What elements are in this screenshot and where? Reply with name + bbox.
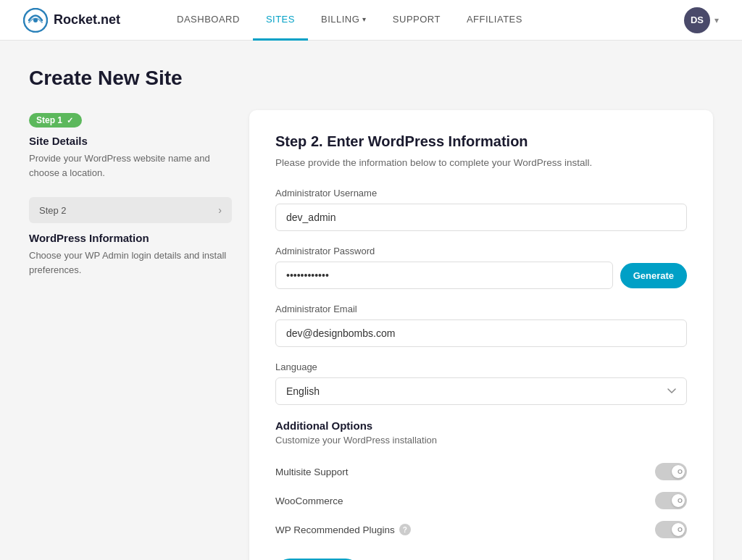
email-label: Administrator Email (275, 304, 687, 314)
toggle-wp-plugins-switch[interactable]: O (655, 521, 687, 538)
toggle-multisite-row: Multisite Support O (275, 457, 687, 486)
language-select[interactable]: English Spanish French German Portuguese (275, 377, 687, 405)
toggle-woocommerce-off-icon: O (678, 497, 683, 504)
language-group: Language English Spanish French German P… (275, 362, 687, 405)
page-title: Create New Site (29, 67, 713, 90)
additional-options-subtitle: Customize your WordPress installation (275, 435, 687, 446)
logo-text: Rocket.net (54, 12, 120, 28)
generate-button[interactable]: Generate (620, 263, 687, 288)
logo-icon (23, 8, 48, 33)
toggle-woocommerce-row: WooCommerce O (275, 486, 687, 515)
username-label: Administrator Username (275, 188, 687, 198)
user-avatar[interactable]: DS (684, 7, 710, 33)
logo[interactable]: Rocket.net (23, 8, 120, 33)
toggle-multisite-switch[interactable]: O (655, 463, 687, 480)
nav-billing[interactable]: BILLING ▾ (308, 0, 380, 41)
nav-support[interactable]: SUPPORT (380, 0, 454, 41)
layout: Step 1 ✓ Site Details Provide your WordP… (29, 110, 713, 560)
step1-badge: Step 1 ✓ (29, 113, 82, 128)
nav-affiliates[interactable]: AFFILIATES (454, 0, 535, 41)
step2-chevron-icon: › (218, 204, 222, 216)
step1-desc: Provide your WordPress website name and … (29, 151, 232, 180)
nav-dashboard[interactable]: DASHBOARD (164, 0, 253, 41)
toggle-multisite-off-icon: O (678, 468, 683, 475)
toggle-wp-plugins-off-icon: O (678, 526, 683, 533)
main-card: Step 2. Enter WordPress Information Plea… (249, 110, 713, 560)
step1-check-icon: ✓ (67, 116, 73, 125)
additional-options-title: Additional Options (275, 419, 687, 432)
email-input[interactable] (275, 319, 687, 347)
language-label: Language (275, 362, 687, 372)
toggle-woocommerce-switch[interactable]: O (655, 492, 687, 509)
password-row: Generate (275, 262, 687, 289)
nav-sites[interactable]: SITES (253, 0, 308, 41)
billing-chevron-icon: ▾ (362, 15, 367, 23)
password-input[interactable] (275, 262, 613, 289)
header-right: DS ▾ (684, 7, 719, 33)
username-group: Administrator Username (275, 188, 687, 231)
step2-desc: Choose your WP Admin login details and i… (29, 248, 232, 277)
password-label: Administrator Password (275, 246, 687, 256)
toggle-multisite-label: Multisite Support (275, 467, 349, 477)
step2-title: WordPress Information (29, 232, 232, 244)
additional-options: Additional Options Customize your WordPr… (275, 419, 687, 544)
toggle-wp-plugins-label: WP Recommended Plugins ? (275, 524, 411, 535)
user-menu-chevron-icon[interactable]: ▾ (714, 15, 719, 25)
page: Create New Site Step 1 ✓ Site Details Pr… (0, 41, 742, 560)
card-subtitle: Please provide the information below to … (275, 156, 687, 170)
card-title: Step 2. Enter WordPress Information (275, 133, 687, 150)
toggle-woocommerce-label: WooCommerce (275, 496, 343, 506)
step2-label: Step 2 (39, 205, 67, 216)
svg-point-1 (33, 18, 38, 22)
sidebar: Step 1 ✓ Site Details Provide your WordP… (29, 110, 232, 277)
step2-bar[interactable]: Step 2 › (29, 197, 232, 223)
email-group: Administrator Email (275, 304, 687, 347)
step1-title: Site Details (29, 135, 232, 147)
main-nav: DASHBOARD SITES BILLING ▾ SUPPORT AFFILI… (164, 0, 684, 41)
wp-plugins-help-icon[interactable]: ? (399, 524, 411, 535)
toggle-wp-plugins-row: WP Recommended Plugins ? O (275, 515, 687, 544)
password-group: Administrator Password Generate (275, 246, 687, 289)
username-input[interactable] (275, 204, 687, 231)
header: Rocket.net DASHBOARD SITES BILLING ▾ SUP… (0, 0, 742, 41)
